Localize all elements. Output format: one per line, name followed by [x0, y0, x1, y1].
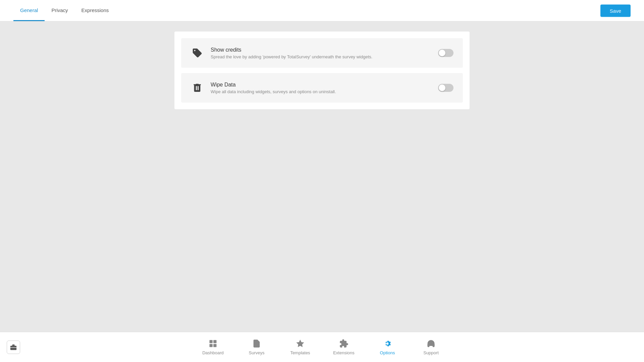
nav-item-dashboard[interactable]: Dashboard [201, 339, 225, 355]
wipe-data-title: Wipe Data [211, 82, 431, 88]
nav-items: Dashboard Surveys Template [201, 339, 443, 355]
templates-icon [296, 339, 305, 348]
wipe-data-row: Wipe Data Wipe all data including widget… [181, 73, 463, 103]
svg-rect-8 [213, 344, 216, 347]
nav-label-extensions: Extensions [333, 350, 355, 355]
extensions-icon [339, 339, 348, 348]
nav-item-surveys[interactable]: Surveys [245, 339, 268, 355]
nav-item-extensions[interactable]: Extensions [332, 339, 356, 355]
tab-expressions[interactable]: Expressions [75, 0, 116, 21]
show-credits-title: Show credits [211, 47, 431, 53]
wipe-data-toggle[interactable] [438, 84, 453, 92]
svg-rect-6 [213, 340, 216, 343]
nav-label-support: Support [423, 350, 439, 355]
main-content: Show credits Spread the love by adding '… [0, 21, 644, 332]
nav-label-dashboard: Dashboard [202, 350, 224, 355]
surveys-icon [252, 339, 261, 348]
bottom-nav: Dashboard Surveys Template [0, 332, 644, 362]
header: General Privacy Expressions Save [0, 0, 644, 21]
save-button[interactable]: Save [600, 4, 631, 17]
show-credits-desc: Spread the love by adding 'powered by To… [211, 54, 431, 59]
tab-privacy[interactable]: Privacy [45, 0, 74, 21]
svg-rect-3 [10, 346, 16, 350]
settings-card: Show credits Spread the love by adding '… [174, 32, 470, 109]
options-icon [383, 339, 392, 348]
briefcase-icon [10, 344, 17, 351]
tab-general[interactable]: General [13, 0, 45, 21]
nav-item-templates[interactable]: Templates [288, 339, 312, 355]
nav-label-surveys: Surveys [249, 350, 265, 355]
nav-item-support[interactable]: Support [419, 339, 443, 355]
svg-rect-0 [196, 85, 199, 86]
svg-marker-11 [296, 340, 304, 347]
show-credits-text: Show credits Spread the love by adding '… [211, 47, 431, 59]
svg-rect-5 [210, 340, 213, 343]
support-icon [426, 339, 436, 348]
sidebar-handle[interactable] [7, 341, 20, 354]
nav-item-options[interactable]: Options [376, 339, 399, 355]
trash-icon [191, 81, 204, 95]
wipe-data-desc: Wipe all data including widgets, surveys… [211, 89, 431, 94]
nav-label-options: Options [380, 350, 395, 355]
tag-icon [191, 46, 204, 60]
show-credits-row: Show credits Spread the love by adding '… [181, 38, 463, 68]
nav-label-templates: Templates [290, 350, 310, 355]
svg-rect-7 [210, 344, 213, 347]
show-credits-toggle[interactable] [438, 49, 453, 57]
tab-bar: General Privacy Expressions [13, 0, 115, 21]
dashboard-icon [208, 339, 218, 348]
wipe-data-text: Wipe Data Wipe all data including widget… [211, 82, 431, 94]
